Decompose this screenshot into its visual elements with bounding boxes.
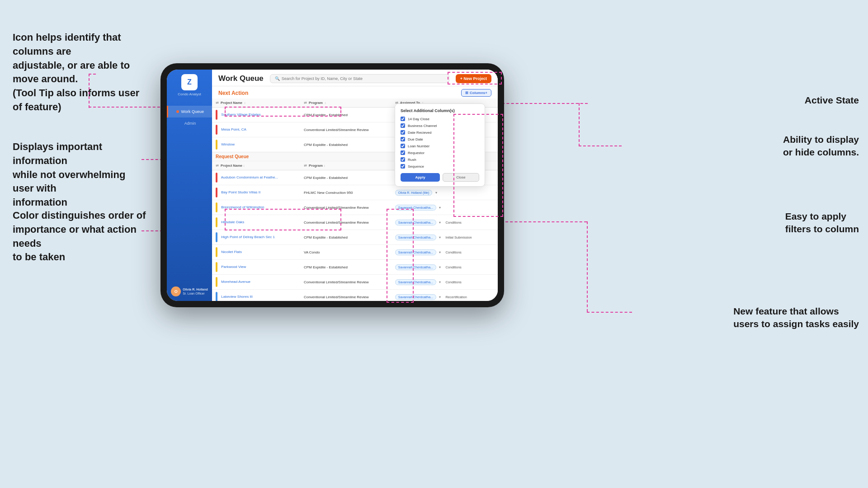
project-link[interactable]: Winslow bbox=[221, 142, 235, 146]
cell-project-name-rq: Hillsdale Oaks bbox=[212, 215, 300, 230]
checkbox-item-14-day-close[interactable]: 14 Day Close bbox=[401, 117, 479, 121]
user-avatar: O bbox=[171, 286, 181, 296]
columns-grid-icon: ⊞ bbox=[465, 91, 468, 95]
request-queue-row: Morehead Avenue Conventional Limited/Str… bbox=[212, 275, 498, 290]
checkbox-item-requestor[interactable]: Requestor bbox=[401, 150, 479, 155]
assignee-dropdown-arrow[interactable]: ▾ bbox=[439, 295, 441, 299]
status-text: Conditions bbox=[445, 221, 461, 225]
cell-program-rq: Conventional Limited/Streamline Review bbox=[300, 275, 392, 290]
request-queue-row: Parkwood View CPM Expidite - Established… bbox=[212, 260, 498, 275]
checkbox-item-loan-number[interactable]: Loan Number bbox=[401, 144, 479, 148]
assignee-dropdown-arrow[interactable]: ▾ bbox=[439, 206, 441, 210]
project-link[interactable]: Mesa Point, CA bbox=[221, 127, 246, 131]
search-bar[interactable]: 🔍 bbox=[270, 74, 449, 83]
assignee-dropdown-arrow[interactable]: ▾ bbox=[435, 191, 437, 195]
apply-button[interactable]: Apply bbox=[401, 173, 440, 182]
project-link-rq[interactable]: Hillsdale Oaks bbox=[221, 220, 244, 224]
main-content: Work Queue 🔍 + New Project Next Action ⊞… bbox=[212, 70, 498, 301]
col-drag-icon: ⇄ bbox=[216, 101, 219, 105]
project-link-rq[interactable]: Audubon Condominium at Feathe... bbox=[221, 175, 278, 179]
project-link-rq[interactable]: Morehead Avenue bbox=[221, 280, 250, 284]
new-project-button[interactable]: + New Project bbox=[456, 74, 491, 83]
cell-project-name-rq: Breezewood of Wilmington bbox=[212, 200, 300, 215]
toolbar-next-action: Next Action ⊞ Columns+ Select Additional… bbox=[212, 86, 498, 99]
checkbox-sequence[interactable] bbox=[401, 164, 405, 169]
next-action-label: Next Action bbox=[218, 90, 248, 96]
row-indicator-rq bbox=[216, 202, 217, 212]
cell-assigned-rq: Savannah Cherdcaitha... ▾ Conditions bbox=[392, 215, 498, 230]
assignee-dropdown-arrow[interactable]: ▾ bbox=[439, 280, 441, 284]
cell-project-name: Mesa Point, CA bbox=[212, 122, 300, 137]
checkbox-business-channel[interactable] bbox=[401, 123, 405, 128]
checkbox-label-6: Rush bbox=[408, 158, 416, 162]
request-queue-row: Bay Point Studio Villas II FHLMC New Con… bbox=[212, 185, 498, 200]
checkbox-label-4: Loan Number bbox=[408, 144, 429, 148]
assignee-chip-rq: Savannah Cherdcaitha... bbox=[395, 264, 436, 270]
cell-project-name-rq: Parkwood View bbox=[212, 260, 300, 275]
assignee-chip-rq: Savannah Cherdcaitha... bbox=[395, 205, 436, 211]
row-indicator-rq bbox=[216, 277, 217, 287]
checkbox-label-5: Requestor bbox=[408, 151, 425, 155]
project-link[interactable]: Southern Village Estates bbox=[221, 113, 260, 117]
assignee-dropdown-arrow[interactable]: ▾ bbox=[439, 235, 441, 239]
cell-assigned-rq: Savannah Cherdcaitha... ▾ Recertificatio… bbox=[392, 290, 498, 301]
checkbox-item-due-date[interactable]: Due Date bbox=[401, 137, 479, 141]
close-button[interactable]: Close bbox=[443, 173, 479, 182]
project-link-rq[interactable]: Nicollet Flats bbox=[221, 250, 242, 254]
sidebar-item-admin[interactable]: Admin bbox=[167, 117, 212, 129]
cell-program-rq: CPM Expidite - Established bbox=[300, 230, 392, 245]
cell-program-rq: Conventional Limited/Streamline Review bbox=[300, 215, 392, 230]
request-queue-row: Breezewood of Wilmington Conventional Li… bbox=[212, 200, 498, 215]
assignee-dropdown-arrow[interactable]: ▾ bbox=[439, 265, 441, 269]
project-link-rq[interactable]: Parkwood View bbox=[221, 265, 246, 269]
columns-button[interactable]: ⊞ Columns+ bbox=[461, 89, 491, 97]
checkbox-due-date[interactable] bbox=[401, 137, 405, 141]
cell-assigned-rq: Olivia R. Holland (Me) ▾ bbox=[392, 185, 498, 200]
cell-assigned-rq: Savannah Cherdcaitha... ▾ Conditions bbox=[392, 245, 498, 260]
checkbox-requestor[interactable] bbox=[401, 150, 405, 155]
row-indicator bbox=[216, 110, 217, 120]
checkbox-item-date-recieved[interactable]: Date Recieved bbox=[401, 130, 479, 135]
cell-project-name-rq: Morehead Avenue bbox=[212, 275, 300, 290]
user-info: Olivia R. Holland Sr. Loan Officer bbox=[183, 287, 208, 296]
col-program: ⇄ Program ↕ bbox=[300, 99, 392, 108]
search-input[interactable] bbox=[282, 76, 444, 81]
col-drag-icon-2: ⇄ bbox=[304, 101, 307, 105]
sidebar: Z Condo Analyst Work Queue Admin O Olivi… bbox=[167, 70, 212, 301]
checkbox-item-rush[interactable]: Rush bbox=[401, 157, 479, 162]
dashed-line-r4 bbox=[587, 312, 632, 313]
search-icon: 🔍 bbox=[275, 76, 280, 81]
checkbox-date-recieved[interactable] bbox=[401, 130, 405, 135]
cell-assigned-rq: Savannah Cherdcaitha... ▾ Initial Submis… bbox=[392, 230, 498, 245]
project-link-rq[interactable]: Breezewood of Wilmington bbox=[221, 205, 264, 209]
request-queue-rows: Audubon Condominium at Feathe... CPM Exp… bbox=[212, 170, 498, 301]
annotation-active-state: Active State bbox=[805, 94, 859, 107]
project-link-rq[interactable]: High Point of Delray Beach Sec 1 bbox=[221, 235, 275, 239]
tablet-frame: Z Condo Analyst Work Queue Admin O Olivi… bbox=[160, 63, 504, 307]
sidebar-item-workqueue[interactable]: Work Queue bbox=[167, 106, 212, 117]
checkbox-rush[interactable] bbox=[401, 157, 405, 162]
assignee-chip-rq: Olivia R. Holland (Me) bbox=[395, 190, 432, 196]
cell-program-rq: Conventional Limited/Streamline Review bbox=[300, 200, 392, 215]
row-indicator-rq bbox=[216, 188, 217, 197]
dashed-line-1 bbox=[89, 107, 165, 108]
checkbox-label-3: Due Date bbox=[408, 137, 423, 141]
dashed-line-r3 bbox=[505, 221, 587, 222]
checkbox-label-0: 14 Day Close bbox=[408, 117, 429, 121]
checkbox-item-sequence[interactable]: Sequence bbox=[401, 164, 479, 169]
cell-program-rq: FHLMC New Construction 950 bbox=[300, 185, 392, 200]
checkbox-14-day-close[interactable] bbox=[401, 117, 405, 121]
checkbox-label-7: Sequence bbox=[408, 164, 424, 169]
cell-assigned-rq: Savannah Cherdcaitha... ▾ Conditions bbox=[392, 260, 498, 275]
cell-project-name-rq: Bay Point Studio Villas II bbox=[212, 185, 300, 200]
annotation-assign-tasks: New feature that allows users to assign … bbox=[733, 305, 859, 331]
checkbox-item-business-channel[interactable]: Business Channel bbox=[401, 123, 479, 128]
cell-program: CPM Expidite - Established bbox=[300, 108, 392, 122]
checkbox-loan-number[interactable] bbox=[401, 144, 405, 148]
cell-program-rq: Conventional Limited/Streamline Review bbox=[300, 290, 392, 301]
row-indicator bbox=[216, 140, 217, 150]
project-link-rq[interactable]: Bay Point Studio Villas II bbox=[221, 190, 260, 194]
project-link-rq[interactable]: Lakeview Shores III bbox=[221, 295, 253, 299]
assignee-dropdown-arrow[interactable]: ▾ bbox=[439, 221, 441, 225]
assignee-dropdown-arrow[interactable]: ▾ bbox=[439, 250, 441, 254]
